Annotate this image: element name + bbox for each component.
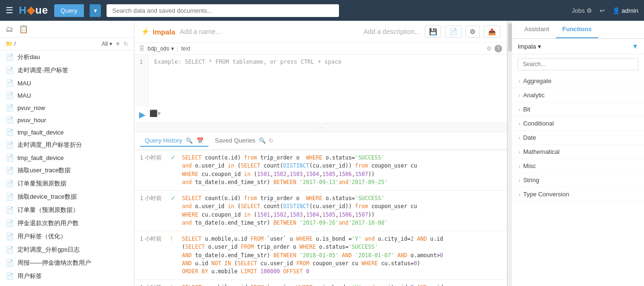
gear-icon[interactable]: ⚙ (487, 45, 492, 52)
sidebar-item-4[interactable]: 📄 pvuv_now (0, 101, 134, 114)
chevron-right-icon: › (519, 107, 520, 112)
sidebar-item-16[interactable]: 📄 周报——押金缴纳次数用户 (0, 256, 134, 269)
query-button[interactable]: Query (54, 4, 84, 17)
logo: H◆ue (19, 4, 49, 17)
history-item-1[interactable]: 1 小时前 ✓ SELECT count(o.id) from trip_ord… (134, 191, 507, 231)
sidebar-item-15[interactable]: 📄 定时调度_分析gps日志 (0, 243, 134, 256)
global-search-input[interactable] (107, 4, 339, 17)
fn-item-analytic[interactable]: › Analytic (512, 88, 644, 102)
history-item-3[interactable]: 1 小时前 ! SELECT u.mobile,u.id FROM `user`… (134, 280, 507, 286)
fn-label-bit: Bit (523, 106, 530, 113)
refresh-icon-saved[interactable]: ↻ (269, 137, 273, 144)
folder-icon[interactable]: 🗂 (6, 25, 13, 34)
sidebar-item-17[interactable]: 📄 用户标签 (0, 269, 134, 283)
stop-button[interactable]: ⬛▾ (149, 109, 161, 117)
sidebar-item-3[interactable]: 📄 MAU (0, 89, 134, 101)
fn-item-bit[interactable]: › Bit (512, 102, 644, 117)
sidebar-item-11[interactable]: 📄 抽取device_trace数据 (0, 190, 134, 203)
search-icon-saved[interactable]: 🔍 (259, 137, 266, 144)
sidebar-item-label-9: 抽取user_trace数据 (17, 166, 71, 175)
fn-label-analytic: Analytic (523, 92, 545, 99)
sidebar-item-label-8: tmp_fault_device (17, 154, 64, 161)
sidebar-item-6[interactable]: 📄 tmp_fault_device (0, 126, 134, 138)
functions-search-input[interactable] (518, 58, 638, 70)
query-desc-field[interactable]: Add a description... (363, 28, 420, 35)
sidebar-item-8[interactable]: 📄 tmp_fault_device (0, 151, 134, 164)
sidebar-item-2[interactable]: 📄 MAU (0, 77, 134, 89)
settings-button[interactable]: ⚙ (465, 25, 480, 38)
doc-icon: 📄 (6, 206, 14, 214)
fn-item-mathematical[interactable]: › Mathematical (512, 145, 644, 159)
copy-icon[interactable]: 📋 (19, 25, 28, 34)
sidebar-item-label-16: 周报——押金缴纳次数用户 (17, 259, 91, 267)
main-layout: 🗂 📋 📁 / All ▾ ▼ ↻ 📄 分析dau 📄 走时调度-用户标签 📄 (0, 21, 644, 286)
doc-icon: 📄 (6, 92, 14, 99)
fn-label-date: Date (523, 134, 536, 141)
share-button[interactable]: 📤 (484, 25, 500, 38)
sidebar-item-7[interactable]: 📄 走时调度_用户标签折分 (0, 138, 134, 151)
history-code-2: SELECT u.mobile,u.id FROM `user` u WHERE… (182, 235, 501, 276)
history-item-2[interactable]: 1 小时前 ! SELECT u.mobile,u.id FROM `user`… (134, 231, 507, 280)
doc-icon: 📄 (6, 116, 14, 124)
filter-icon[interactable]: ▼ (115, 41, 121, 47)
sidebar-item-0[interactable]: 📄 分析dau (0, 50, 134, 64)
functions-list: › Aggregate › Analytic › Bit › Condition… (512, 74, 644, 286)
doc-icon: 📄 (6, 53, 14, 61)
history-list: 1 小时前 ✓ SELECT count(o.id) from trip_ord… (134, 150, 507, 286)
query-name-field[interactable]: Add a name... (180, 28, 359, 35)
sidebar-item-10[interactable]: 📄 订单量预测原数据 (0, 177, 134, 190)
fn-item-aggregate[interactable]: › Aggregate (512, 74, 644, 88)
doc-icon: 📄 (6, 154, 14, 161)
fn-item-type-conversion[interactable]: › Type Conversion (512, 187, 644, 202)
jobs-link[interactable]: Jobs ⚙ (572, 7, 592, 14)
search-icon[interactable]: 🔍 (186, 137, 193, 144)
history-icon[interactable]: ↩ (600, 7, 605, 14)
tab-saved-queries[interactable]: Saved Queries 🔍 ↻ (210, 135, 278, 147)
right-panel-tabs: Assistant Functions (512, 21, 644, 39)
fn-item-date[interactable]: › Date (512, 131, 644, 145)
tab-query-history[interactable]: Query History 🔍 📅 (140, 135, 208, 147)
new-doc-button[interactable]: 📄 (445, 25, 462, 38)
sidebar-item-14[interactable]: 📄 用户标签（优化） (0, 230, 134, 243)
run-button[interactable]: ▶ (139, 109, 146, 120)
panel-divider[interactable]: · · · (134, 123, 507, 132)
format-label[interactable]: text (181, 45, 190, 52)
history-status-3: ! (171, 284, 177, 286)
tab-assistant[interactable]: Assistant (518, 21, 556, 38)
sidebar-item-label-17: 用户标签 (17, 272, 42, 280)
save-button[interactable]: 💾 (425, 25, 441, 38)
calendar-icon[interactable]: 📅 (197, 137, 204, 144)
impala-filter-label[interactable]: Impala ▾ (518, 43, 541, 50)
sidebar-item-13[interactable]: 📄 押金退款次数的用户数 (0, 217, 134, 230)
query-toolbar: 🗄 bdp_ods ▾ | text ⚙ ? (134, 43, 507, 55)
query-dropdown-button[interactable]: ▾ (90, 4, 101, 17)
history-code-0: SELECT count(o.id) from trip_order o WHE… (182, 154, 501, 186)
fn-item-string[interactable]: › String (512, 173, 644, 187)
sidebar-item-label-13: 押金退款次数的用户数 (17, 219, 79, 227)
help-icon[interactable]: ? (495, 45, 502, 52)
doc-icon: 📄 (6, 128, 14, 136)
filter-button[interactable]: ▼ (632, 42, 638, 50)
impala-icon: ⚡ (141, 27, 150, 36)
refresh-icon[interactable]: ↻ (124, 41, 128, 47)
admin-link[interactable]: 👤 admin (612, 7, 638, 14)
sidebar-item-5[interactable]: 📄 pvuv_hour (0, 114, 134, 126)
tab-functions[interactable]: Functions (556, 21, 598, 38)
center-scrollbar[interactable] (507, 21, 512, 286)
hamburger-icon[interactable]: ☰ (6, 5, 13, 16)
fn-item-misc[interactable]: › Misc (512, 159, 644, 173)
history-item-0[interactable]: 1 小时前 ✓ SELECT count(o.id) from trip_ord… (134, 150, 507, 191)
history-time-3: 1 小时前 (140, 284, 166, 286)
sidebar-item-12[interactable]: 📄 订单量（预测原数据） (0, 203, 134, 217)
sidebar-item-9[interactable]: 📄 抽取user_trace数据 (0, 164, 134, 177)
folder-root-label: 📁 / (6, 41, 16, 47)
fn-item-conditional[interactable]: › Conditional (512, 117, 644, 131)
filter-select[interactable]: All ▾ (101, 41, 112, 47)
db-label[interactable]: bdp_ods ▾ (148, 45, 174, 52)
sidebar-item-1[interactable]: 📄 走时调度-用户标签 (0, 64, 134, 77)
sidebar-item-label-3: MAU (17, 92, 31, 99)
query-editor[interactable]: Example: SELECT * FROM tablename, or pre… (149, 55, 507, 107)
sidebar-item-label-4: pvuv_now (17, 104, 45, 111)
scrollbar-thumb[interactable] (508, 23, 512, 51)
navbar: ☰ H◆ue Query ▾ Jobs ⚙ ↩ 👤 admin (0, 0, 644, 21)
